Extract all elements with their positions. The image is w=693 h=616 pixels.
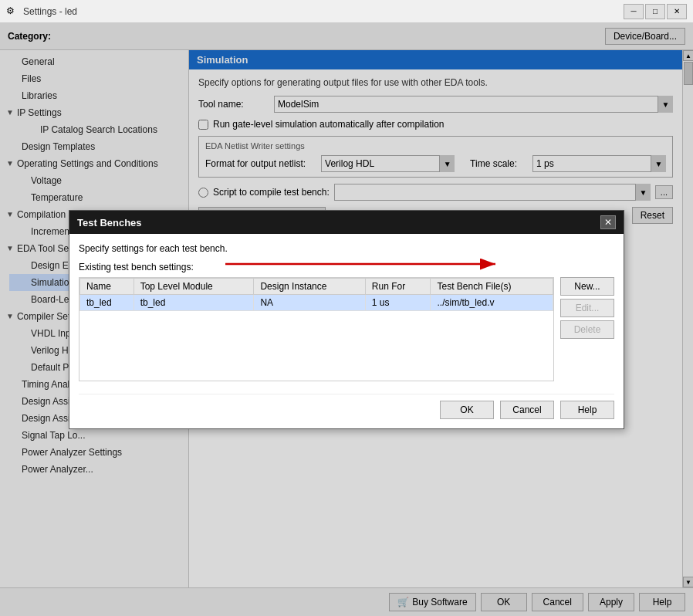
col-run-for: Run For bbox=[365, 279, 431, 295]
table-empty-space bbox=[79, 311, 553, 381]
modal-title: Test Benches bbox=[77, 217, 142, 228]
modal-description: Specify settings for each test bench. bbox=[79, 243, 614, 254]
maximize-button[interactable]: □ bbox=[645, 4, 665, 19]
cell-files: ../sim/tb_led.v bbox=[431, 295, 553, 311]
modal-overlay: Test Benches ✕ Specify settings for each… bbox=[0, 23, 693, 616]
cell-top-level: tb_led bbox=[134, 295, 254, 311]
window-icon: ⚙ bbox=[6, 5, 19, 18]
modal-ok-button[interactable]: OK bbox=[440, 401, 494, 419]
cell-design-instance: NA bbox=[254, 295, 365, 311]
modal-existing-section: Existing test bench settings: bbox=[79, 262, 614, 388]
cell-run-for: 1 us bbox=[365, 295, 431, 311]
cell-name: tb_led bbox=[80, 295, 134, 311]
modal-close-button[interactable]: ✕ bbox=[600, 215, 616, 229]
modal-side-buttons: New... Edit... Delete bbox=[560, 277, 614, 339]
modal-cancel-button[interactable]: Cancel bbox=[500, 401, 554, 419]
delete-button[interactable]: Delete bbox=[560, 320, 614, 339]
modal-table-row: Name Top Level Module Design Instance Ru… bbox=[79, 277, 614, 388]
window-title: Settings - led bbox=[23, 6, 624, 17]
existing-header-row: Existing test bench settings: bbox=[79, 262, 614, 272]
col-top-level: Top Level Module bbox=[134, 279, 254, 295]
minimize-button[interactable]: ─ bbox=[624, 4, 644, 19]
col-name: Name bbox=[80, 279, 134, 295]
test-benches-dialog: Test Benches ✕ Specify settings for each… bbox=[69, 210, 624, 429]
modal-content: Specify settings for each test bench. Ex… bbox=[69, 234, 624, 428]
table-header: Name Top Level Module Design Instance Ru… bbox=[80, 279, 553, 295]
table-header-row: Name Top Level Module Design Instance Ru… bbox=[80, 279, 553, 295]
modal-help-button[interactable]: Help bbox=[560, 401, 614, 419]
col-design-instance: Design Instance bbox=[254, 279, 365, 295]
existing-label: Existing test bench settings: bbox=[79, 262, 194, 272]
col-files: Test Bench File(s) bbox=[431, 279, 553, 295]
table-body: tb_led tb_led NA 1 us ../sim/tb_led.v bbox=[80, 295, 553, 311]
table-row[interactable]: tb_led tb_led NA 1 us ../sim/tb_led.v bbox=[80, 295, 553, 311]
test-bench-table-wrapper: Name Top Level Module Design Instance Ru… bbox=[79, 277, 554, 381]
close-button[interactable]: ✕ bbox=[667, 4, 687, 19]
test-bench-table: Name Top Level Module Design Instance Ru… bbox=[79, 278, 553, 311]
window-controls: ─ □ ✕ bbox=[624, 4, 687, 19]
edit-button[interactable]: Edit... bbox=[560, 299, 614, 317]
title-bar: ⚙ Settings - led ─ □ ✕ bbox=[0, 0, 693, 23]
new-button[interactable]: New... bbox=[560, 277, 614, 296]
modal-title-bar: Test Benches ✕ bbox=[69, 211, 624, 234]
red-arrow-annotation bbox=[218, 250, 542, 277]
modal-bottom-buttons: OK Cancel Help bbox=[79, 394, 614, 419]
